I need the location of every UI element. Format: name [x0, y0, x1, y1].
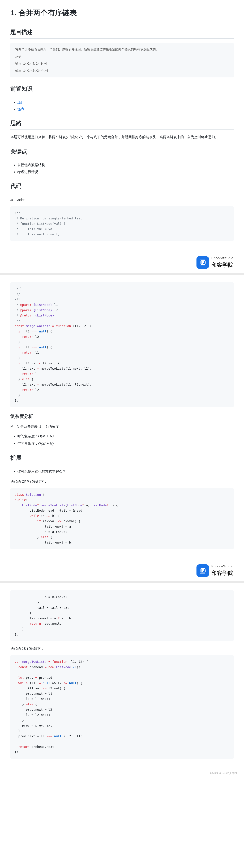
code-block-js-part1: /** * Definition for singly-linked list.…: [10, 206, 234, 241]
watermark-text: EncodeStudio 印客学院: [211, 564, 234, 577]
list-item: 考虑边界情况: [18, 169, 234, 175]
watermark-logo: EncodeStudio 印客学院: [197, 256, 234, 269]
code-line: tail->next = a;: [14, 525, 73, 528]
code-line: }: [14, 340, 20, 344]
footer-watermark: CSDN @GISer_linger: [0, 770, 244, 777]
desc-line: 将两个升序链表合并为一个新的升序链表并返回。新链表是通过拼接给定的两个链表的所有…: [15, 47, 229, 52]
code-line: class Solution {: [14, 493, 44, 496]
code-line: }: [14, 356, 20, 360]
code-line: }: [14, 729, 20, 733]
code-line: }: [14, 627, 24, 631]
ext-js-label: 迭代的 JS 代码如下：: [10, 645, 234, 652]
code-block-js-part2: * } */ /** * @param {ListNode} l1 * @par…: [10, 282, 234, 407]
code-line: prev.next = l1;: [14, 692, 54, 695]
code-line: if (l1 === null) {: [14, 330, 52, 333]
code-line: * this.val = val;: [14, 227, 56, 231]
code-line: return head.next;: [14, 622, 62, 625]
divider-band: [0, 273, 244, 275]
code-line: return l2;: [14, 388, 41, 392]
article-page-2: * } */ /** * @param {ListNode} l1 * @par…: [0, 275, 244, 560]
list-item: 链表: [18, 106, 234, 112]
js-code-label: JS Code:: [10, 196, 234, 203]
complexity-value: O(M + N): [38, 434, 54, 438]
code-line: if (l1.val < l2.val) {: [14, 362, 60, 365]
code-line: tail = tail->next;: [14, 606, 71, 610]
desc-line: 输出: 1->1->2->3->4->4: [15, 68, 229, 73]
problem-description-block: 将两个升序链表合并为一个新的升序链表并返回。新链表是通过拼接给定的两个链表的所有…: [10, 43, 234, 77]
watermark-logo: EncodeStudio 印客学院: [197, 564, 234, 577]
code-line: while (a && b) {: [14, 514, 60, 518]
watermark-band-1: EncodeStudio 印客学院: [0, 252, 244, 273]
code-block-cpp-part1: class Solution { public: ListNode* merge…: [10, 488, 234, 550]
article-page-3: b = b->next; } tail = tail->next; } tail…: [0, 583, 244, 770]
list-item: 掌握链表数据结构: [18, 162, 234, 168]
code-line: public:: [14, 498, 28, 502]
code-line: l1 = l1.next;: [14, 697, 50, 701]
code-line: * Definition for singly-linked list.: [14, 216, 84, 220]
prereq-link-linkedlist[interactable]: 链表: [18, 107, 24, 111]
code-line: const prehead = new ListNode(-1);: [14, 665, 80, 669]
prereq-list: 递归 链表: [10, 99, 234, 112]
code-line: ListNode* mergeTwoLists(ListNode* a, Lis…: [14, 503, 118, 507]
page-title: 1. 合并两个有序链表: [10, 7, 234, 21]
code-line: * @param {ListNode} l2: [14, 308, 58, 312]
code-block-js-iter: var mergeTwoLists = function (l1, l2) { …: [10, 655, 234, 759]
code-line: b = b->next;: [14, 595, 67, 599]
code-line: * }: [14, 287, 22, 290]
code-line: prev.next = l1 === null ? l2 : l1;: [14, 734, 82, 738]
code-line: l1.next = mergeTwoLists(l1.next, l2);: [14, 367, 92, 370]
code-line: var mergeTwoLists = function (l1, l2) {: [14, 660, 88, 663]
complexity-value: O(M + N): [38, 441, 54, 446]
code-line: const mergeTwoLists = function (l1, l2) …: [14, 324, 92, 328]
list-item: 递归: [18, 99, 234, 105]
ext-cpp-label: 迭代的 CPP 代码如下：: [10, 478, 234, 485]
watermark-cn: 印客学院: [211, 261, 234, 269]
code-line: /**: [14, 298, 20, 301]
list-item: 时间复杂度：O(M + N): [18, 433, 234, 439]
section-heading-key: 关键点: [10, 147, 234, 158]
list-item: 你可以使用迭代的方式求解么？: [18, 469, 234, 474]
list-item: 空间复杂度：O(M + N): [18, 440, 234, 446]
code-line: if (l1.val <= l2.val) {: [14, 686, 65, 690]
code-line: prev = prev.next;: [14, 723, 54, 727]
code-block-cpp-part2: b = b->next; } tail = tail->next; } tail…: [10, 590, 234, 641]
code-line: };: [14, 750, 19, 754]
watermark-band-2: EncodeStudio 印客学院: [0, 560, 244, 581]
code-line: } else {: [14, 535, 52, 539]
code-line: } else {: [14, 377, 33, 381]
code-line: }: [14, 393, 20, 397]
code-line: return prehead.next;: [14, 745, 56, 749]
prereq-link-recursion[interactable]: 递归: [18, 100, 24, 104]
code-line: let prev = prehead;: [14, 676, 54, 679]
code-line: l2.next = mergeTwoLists(l1, l2.next);: [14, 383, 92, 386]
complexity-list: 时间复杂度：O(M + N) 空间复杂度：O(M + N): [10, 433, 234, 446]
complexity-label: 时间复杂度：: [18, 434, 38, 438]
code-line: * function ListNode(val) {: [14, 222, 65, 225]
code-line: };: [14, 632, 19, 636]
code-line: }: [14, 600, 39, 604]
idea-paragraph: 本题可以使用递归来解，将两个链表头部较小的一个与剩下的元素合并，并返回排好序的链…: [10, 134, 234, 140]
code-line: tail->next = b;: [14, 540, 73, 544]
watermark-cn: 印客学院: [211, 569, 234, 577]
complexity-label: 空间复杂度：: [18, 442, 38, 445]
code-line: return l2;: [14, 335, 41, 339]
code-line: };: [14, 399, 19, 402]
watermark-en: EncodeStudio: [211, 564, 234, 569]
csdn-watermark: CSDN @GISer_linger: [210, 771, 237, 775]
code-line: } else {: [14, 702, 37, 706]
keypoint-list: 掌握链表数据结构 考虑边界情况: [10, 162, 234, 175]
encodestudio-icon: [197, 564, 209, 577]
section-heading-desc: 题目描述: [10, 28, 234, 38]
code-line: * this.next = null;: [14, 232, 60, 236]
code-line: a = a->next;: [14, 530, 67, 534]
code-line: }: [14, 718, 24, 722]
code-line: return l1;: [14, 372, 41, 376]
code-line: if (a->val <= b->val) {: [14, 519, 80, 523]
section-heading-ext: 扩展: [10, 454, 234, 464]
code-line: prev.next = l2;: [14, 708, 54, 711]
section-heading-complexity: 复杂度分析: [10, 413, 234, 420]
divider-band: [0, 581, 244, 583]
complexity-intro: M、N 是两条链表 l1、l2 的长度: [10, 423, 234, 430]
section-heading-idea: 思路: [10, 119, 234, 129]
ext-question-list: 你可以使用迭代的方式求解么？: [10, 469, 234, 474]
